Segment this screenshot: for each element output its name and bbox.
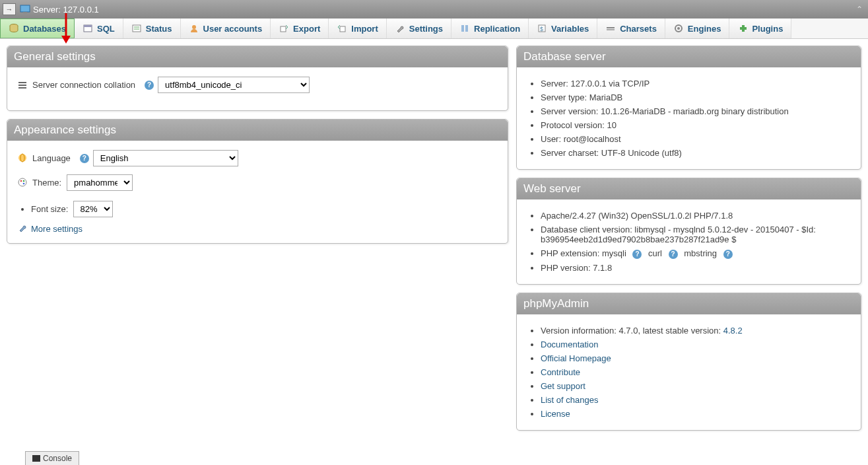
svg-rect-1 — [23, 12, 27, 13]
svg-point-20 — [677, 27, 680, 30]
help-icon[interactable]: ? — [723, 250, 733, 259]
help-icon[interactable]: ? — [145, 81, 154, 90]
main-tabs: Databases SQL Status User accounts Expor… — [0, 18, 868, 39]
import-icon — [337, 23, 347, 34]
svg-rect-21 — [18, 82, 26, 83]
collation-icon — [18, 80, 28, 90]
status-icon — [131, 23, 142, 34]
users-icon — [189, 23, 199, 34]
tab-settings[interactable]: Settings — [387, 18, 451, 38]
annotation-arrow-icon — [59, 13, 73, 44]
svg-point-24 — [18, 154, 26, 162]
pma-link[interactable]: List of changes — [541, 395, 598, 405]
plugins-icon — [737, 23, 748, 34]
language-select[interactable]: English — [93, 150, 238, 166]
variables-icon: $ — [537, 23, 547, 34]
svg-rect-22 — [18, 85, 26, 86]
list-item: Database client version: libmysql - mysq… — [541, 223, 850, 246]
tab-export[interactable]: Export — [271, 18, 329, 38]
engines-icon — [673, 23, 684, 34]
svg-rect-12 — [340, 26, 345, 32]
tab-label: Import — [351, 24, 378, 34]
list-item: Server version: 10.1.26-MariaDB - mariad… — [541, 104, 850, 118]
theme-label: Theme: — [32, 178, 61, 188]
list-item: Version information: 4.7.0, latest stabl… — [541, 324, 850, 338]
help-icon[interactable]: ? — [669, 250, 678, 259]
tab-replication[interactable]: Replication — [451, 18, 529, 38]
pma-link[interactable]: Official Homepage — [541, 353, 611, 363]
help-icon[interactable]: ? — [632, 250, 642, 259]
charsets-icon — [605, 23, 616, 34]
collation-label: Server connection collation — [32, 80, 135, 90]
appearance-settings-panel: Appearance settings Language ? English T… — [7, 119, 508, 244]
list-item: Contribute — [541, 365, 850, 379]
tab-sql[interactable]: SQL — [75, 18, 123, 38]
sql-icon — [83, 23, 93, 34]
svg-rect-13 — [461, 25, 464, 32]
tab-label: Plugins — [752, 24, 783, 34]
tab-label: Replication — [474, 24, 520, 34]
general-settings-panel: General settings Server connection colla… — [7, 46, 508, 111]
database-icon — [9, 23, 19, 34]
list-item: Official Homepage — [541, 351, 850, 365]
language-label: Language — [32, 153, 71, 163]
svg-marker-3 — [61, 36, 71, 44]
svg-rect-18 — [607, 29, 615, 30]
wrench-icon — [395, 23, 405, 34]
version-link[interactable]: 4.8.2 — [723, 326, 743, 336]
svg-rect-0 — [20, 5, 30, 12]
tab-plugins[interactable]: Plugins — [729, 18, 791, 38]
theme-select[interactable]: pmahomme — [67, 174, 133, 191]
theme-icon — [18, 178, 28, 188]
web-server-panel: Web server Apache/2.4.27 (Win32) OpenSSL… — [516, 178, 861, 285]
collapse-icon[interactable]: ⌃ — [856, 5, 863, 14]
tab-charsets[interactable]: Charsets — [597, 18, 665, 38]
pma-list: Version information: 4.7.0, latest stabl… — [541, 324, 850, 421]
tab-user-accounts[interactable]: User accounts — [181, 18, 271, 38]
help-icon[interactable]: ? — [80, 154, 89, 163]
nav-back-button[interactable]: → — [3, 3, 16, 15]
panel-title: Appearance settings — [7, 120, 508, 141]
fontsize-select[interactable]: 82% — [73, 201, 113, 217]
collation-select[interactable]: utf8mb4_unicode_ci — [158, 77, 310, 93]
list-item: PHP version: 7.1.8 — [541, 261, 850, 275]
pma-link[interactable]: Contribute — [541, 367, 580, 377]
pma-link[interactable]: License — [541, 409, 570, 419]
tab-label: Charsets — [620, 24, 657, 34]
list-item: Server type: MariaDB — [541, 90, 850, 104]
language-icon — [18, 153, 28, 164]
tab-import[interactable]: Import — [329, 18, 386, 38]
list-item: Documentation — [541, 338, 850, 351]
more-settings-link[interactable]: More settings — [18, 223, 497, 234]
topbar: → Server: 127.0.0.1 ⌃ — [0, 0, 868, 18]
pma-link[interactable]: Documentation — [541, 340, 598, 349]
svg-point-28 — [23, 180, 25, 182]
list-item: User: root@localhost — [541, 132, 850, 146]
panel-title: Web server — [517, 178, 861, 199]
svg-rect-6 — [84, 25, 92, 27]
list-item: Protocol version: 10 — [541, 118, 850, 132]
svg-point-26 — [18, 178, 26, 186]
svg-point-27 — [20, 180, 22, 182]
panel-title: Database server — [517, 46, 861, 67]
wrench-icon — [18, 223, 28, 234]
svg-rect-23 — [18, 87, 26, 89]
panel-title: phpMyAdmin — [517, 293, 861, 314]
fontsize-label: Font size: — [31, 204, 68, 214]
tab-status[interactable]: Status — [123, 18, 181, 38]
svg-rect-14 — [465, 25, 468, 32]
tab-engines[interactable]: Engines — [665, 18, 730, 38]
list-item: Apache/2.4.27 (Win32) OpenSSL/1.0.2l PHP… — [541, 209, 850, 223]
pma-link[interactable]: Get support — [541, 381, 585, 391]
list-item: Server charset: UTF-8 Unicode (utf8) — [541, 146, 850, 160]
svg-rect-17 — [607, 27, 615, 28]
tab-label: Engines — [688, 24, 721, 34]
list-item: PHP extension: mysqli ? curl ? mbstring … — [541, 246, 850, 261]
phpmyadmin-panel: phpMyAdmin Version information: 4.7.0, l… — [516, 293, 861, 431]
tab-variables[interactable]: $Variables — [529, 18, 597, 38]
tab-label: Variables — [551, 24, 589, 34]
dbserver-list: Server: 127.0.0.1 via TCP/IPServer type:… — [541, 77, 850, 160]
tab-label: Export — [293, 24, 320, 34]
replication-icon — [459, 23, 470, 34]
tab-label: Settings — [409, 24, 443, 34]
